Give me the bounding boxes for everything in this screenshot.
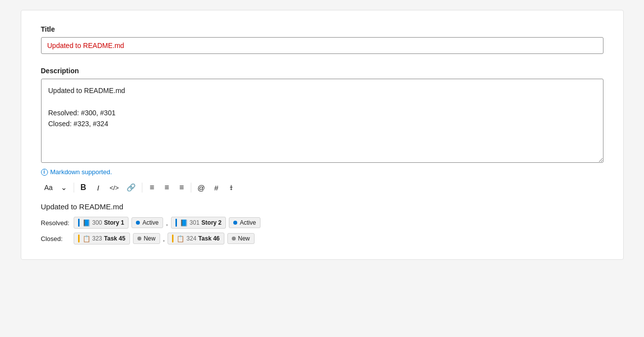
pr-button[interactable]: ⤈	[224, 181, 238, 194]
description-section: Description Updated to README.md Resolve…	[41, 67, 603, 164]
pr-icon: ⤈	[228, 184, 234, 192]
code-icon: </>	[110, 184, 119, 192]
mention-icon: @	[197, 184, 205, 192]
work-item-300[interactable]: 📘 300 Story 1	[74, 217, 129, 229]
description-toolbar: Aa ⌄ B I </> 🔗 ≡ ≡ ≡ @ #	[41, 181, 603, 194]
story-icon-301: 📘	[180, 219, 188, 227]
item-number-323: 323	[92, 235, 102, 242]
story-bar-301	[175, 219, 177, 227]
status-badge-300[interactable]: Active	[131, 217, 163, 228]
item-title-324: Task 46	[198, 235, 219, 242]
work-item-301[interactable]: 📘 301 Story 2	[171, 217, 226, 229]
format-dropdown-button[interactable]: ⌄	[57, 181, 71, 194]
hashtag-button[interactable]: #	[210, 181, 223, 194]
ordered-list-button[interactable]: ≡	[160, 181, 173, 194]
format-icon: Aa	[44, 184, 53, 192]
comma-2: ,	[163, 235, 165, 242]
closed-label: Closed:	[41, 235, 71, 242]
markdown-note: i Markdown supported.	[41, 168, 603, 176]
hashtag-icon: #	[214, 184, 218, 192]
title-label: Title	[41, 25, 603, 33]
story-bar-300	[78, 219, 80, 227]
resolved-row: Resolved: 📘 300 Story 1 Active , 📘 301 S…	[41, 217, 603, 229]
toolbar-separator-3	[191, 183, 191, 193]
item-number-300: 300	[92, 219, 102, 226]
status-text-301: Active	[240, 219, 256, 226]
mention-button[interactable]: @	[194, 181, 208, 194]
comma-1: ,	[166, 219, 168, 227]
status-badge-323[interactable]: New	[133, 233, 160, 244]
item-number-301: 301	[190, 219, 200, 226]
status-badge-301[interactable]: Active	[229, 217, 260, 228]
item-title-300: Story 1	[104, 219, 125, 226]
italic-icon: I	[97, 184, 99, 192]
status-text-323: New	[144, 235, 156, 242]
toolbar-separator-2	[142, 183, 142, 193]
indent-icon: ≡	[179, 183, 184, 192]
indent-button[interactable]: ≡	[174, 181, 188, 194]
unordered-list-button[interactable]: ≡	[145, 181, 159, 194]
toolbar-separator-1	[74, 183, 74, 193]
task-icon-323: 📋	[83, 235, 90, 242]
link-button[interactable]: 🔗	[123, 181, 139, 194]
title-input[interactable]	[41, 37, 603, 54]
code-button[interactable]: </>	[106, 181, 123, 194]
status-dot-300	[136, 221, 140, 225]
info-icon: i	[41, 169, 48, 176]
link-icon: 🔗	[127, 183, 136, 192]
ordered-list-icon: ≡	[165, 183, 169, 192]
status-text-324: New	[238, 235, 250, 242]
italic-button[interactable]: I	[91, 181, 105, 194]
bold-icon: B	[81, 183, 86, 192]
status-text-300: Active	[142, 219, 159, 226]
status-badge-324[interactable]: New	[227, 233, 255, 244]
task-icon-324: 📋	[176, 235, 184, 242]
work-items-section: Resolved: 📘 300 Story 1 Active , 📘 301 S…	[41, 217, 603, 244]
resolved-label: Resolved:	[41, 219, 71, 227]
item-title-301: Story 2	[202, 219, 222, 226]
description-textarea[interactable]: Updated to README.md Resolved: #300, #30…	[41, 79, 603, 163]
unordered-list-icon: ≡	[150, 183, 154, 192]
item-title-323: Task 45	[104, 235, 126, 242]
title-section: Title	[41, 25, 603, 64]
work-item-323[interactable]: 📋 323 Task 45	[74, 233, 130, 244]
description-label: Description	[41, 67, 603, 75]
task-bar-324	[172, 235, 173, 242]
form-container: Title Description Updated to README.md R…	[21, 10, 624, 260]
task-bar-323	[78, 235, 80, 242]
preview-title: Updated to README.md	[41, 202, 603, 211]
bold-button[interactable]: B	[77, 181, 90, 194]
chevron-down-icon: ⌄	[61, 183, 67, 192]
work-item-324[interactable]: 📋 324 Task 46	[168, 233, 224, 244]
status-dot-301	[233, 221, 237, 225]
format-button[interactable]: Aa	[41, 181, 56, 194]
status-dot-323	[137, 237, 141, 241]
markdown-note-text: Markdown supported.	[50, 168, 112, 176]
item-number-324: 324	[186, 235, 196, 242]
closed-row: Closed: 📋 323 Task 45 New , 📋 324 Task 4…	[41, 233, 603, 244]
story-icon-300: 📘	[83, 219, 90, 227]
status-dot-324	[232, 237, 236, 241]
